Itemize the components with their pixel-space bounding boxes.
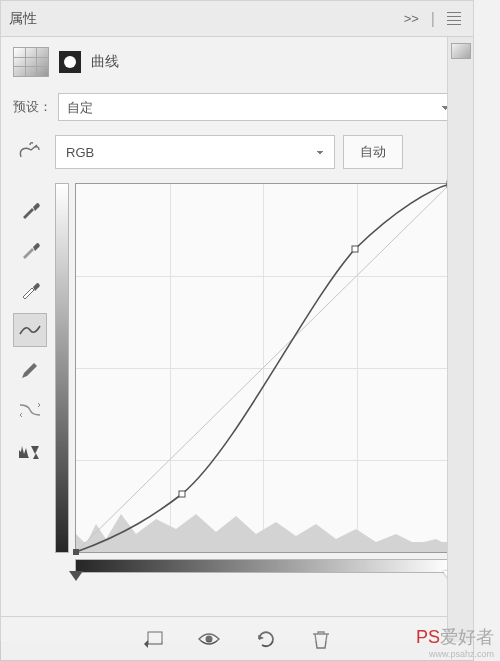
overlay — [0, 0, 500, 641]
watermark: PS爱好者www.psahz.com — [416, 625, 494, 659]
